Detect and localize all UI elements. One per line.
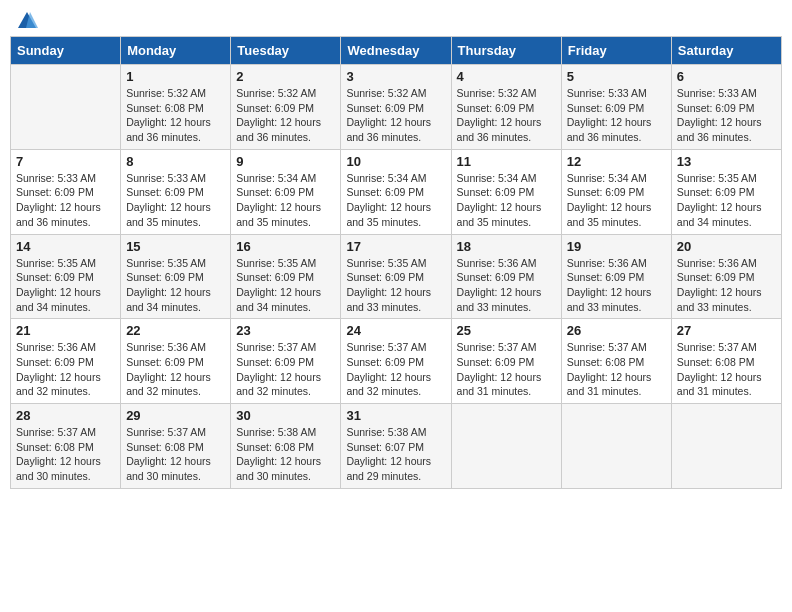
day-info: Sunrise: 5:33 AM Sunset: 6:09 PM Dayligh… (16, 171, 115, 230)
day-number: 13 (677, 154, 776, 169)
calendar-cell: 15Sunrise: 5:35 AM Sunset: 6:09 PM Dayli… (121, 234, 231, 319)
calendar-cell: 22Sunrise: 5:36 AM Sunset: 6:09 PM Dayli… (121, 319, 231, 404)
day-info: Sunrise: 5:36 AM Sunset: 6:09 PM Dayligh… (126, 340, 225, 399)
day-info: Sunrise: 5:35 AM Sunset: 6:09 PM Dayligh… (16, 256, 115, 315)
day-info: Sunrise: 5:37 AM Sunset: 6:08 PM Dayligh… (567, 340, 666, 399)
calendar-body: 1Sunrise: 5:32 AM Sunset: 6:08 PM Daylig… (11, 65, 782, 489)
day-number: 31 (346, 408, 445, 423)
day-info: Sunrise: 5:36 AM Sunset: 6:09 PM Dayligh… (457, 256, 556, 315)
day-number: 22 (126, 323, 225, 338)
calendar-cell: 19Sunrise: 5:36 AM Sunset: 6:09 PM Dayli… (561, 234, 671, 319)
day-info: Sunrise: 5:36 AM Sunset: 6:09 PM Dayligh… (677, 256, 776, 315)
col-sunday: Sunday (11, 37, 121, 65)
day-number: 17 (346, 239, 445, 254)
calendar-cell: 25Sunrise: 5:37 AM Sunset: 6:09 PM Dayli… (451, 319, 561, 404)
day-number: 9 (236, 154, 335, 169)
day-number: 21 (16, 323, 115, 338)
calendar-week-3: 14Sunrise: 5:35 AM Sunset: 6:09 PM Dayli… (11, 234, 782, 319)
day-number: 3 (346, 69, 445, 84)
col-wednesday: Wednesday (341, 37, 451, 65)
day-info: Sunrise: 5:37 AM Sunset: 6:09 PM Dayligh… (236, 340, 335, 399)
calendar-cell: 29Sunrise: 5:37 AM Sunset: 6:08 PM Dayli… (121, 404, 231, 489)
calendar-cell: 16Sunrise: 5:35 AM Sunset: 6:09 PM Dayli… (231, 234, 341, 319)
day-info: Sunrise: 5:33 AM Sunset: 6:09 PM Dayligh… (567, 86, 666, 145)
day-info: Sunrise: 5:32 AM Sunset: 6:09 PM Dayligh… (457, 86, 556, 145)
day-number: 10 (346, 154, 445, 169)
day-number: 7 (16, 154, 115, 169)
day-number: 18 (457, 239, 556, 254)
col-monday: Monday (121, 37, 231, 65)
calendar-week-2: 7Sunrise: 5:33 AM Sunset: 6:09 PM Daylig… (11, 149, 782, 234)
calendar-cell: 13Sunrise: 5:35 AM Sunset: 6:09 PM Dayli… (671, 149, 781, 234)
calendar-cell: 28Sunrise: 5:37 AM Sunset: 6:08 PM Dayli… (11, 404, 121, 489)
col-saturday: Saturday (671, 37, 781, 65)
day-number: 1 (126, 69, 225, 84)
calendar-cell: 17Sunrise: 5:35 AM Sunset: 6:09 PM Dayli… (341, 234, 451, 319)
calendar-cell: 8Sunrise: 5:33 AM Sunset: 6:09 PM Daylig… (121, 149, 231, 234)
calendar-cell: 27Sunrise: 5:37 AM Sunset: 6:08 PM Dayli… (671, 319, 781, 404)
calendar-cell: 26Sunrise: 5:37 AM Sunset: 6:08 PM Dayli… (561, 319, 671, 404)
day-info: Sunrise: 5:36 AM Sunset: 6:09 PM Dayligh… (567, 256, 666, 315)
calendar-cell: 4Sunrise: 5:32 AM Sunset: 6:09 PM Daylig… (451, 65, 561, 150)
day-number: 19 (567, 239, 666, 254)
day-info: Sunrise: 5:34 AM Sunset: 6:09 PM Dayligh… (236, 171, 335, 230)
day-info: Sunrise: 5:32 AM Sunset: 6:09 PM Dayligh… (236, 86, 335, 145)
calendar-cell (451, 404, 561, 489)
day-info: Sunrise: 5:32 AM Sunset: 6:08 PM Dayligh… (126, 86, 225, 145)
logo (14, 10, 38, 32)
day-number: 25 (457, 323, 556, 338)
calendar-header: Sunday Monday Tuesday Wednesday Thursday… (11, 37, 782, 65)
day-info: Sunrise: 5:37 AM Sunset: 6:08 PM Dayligh… (16, 425, 115, 484)
calendar-cell: 1Sunrise: 5:32 AM Sunset: 6:08 PM Daylig… (121, 65, 231, 150)
day-info: Sunrise: 5:37 AM Sunset: 6:09 PM Dayligh… (457, 340, 556, 399)
logo-icon (16, 10, 38, 32)
day-number: 4 (457, 69, 556, 84)
day-info: Sunrise: 5:38 AM Sunset: 6:08 PM Dayligh… (236, 425, 335, 484)
calendar-cell: 11Sunrise: 5:34 AM Sunset: 6:09 PM Dayli… (451, 149, 561, 234)
day-info: Sunrise: 5:37 AM Sunset: 6:08 PM Dayligh… (126, 425, 225, 484)
day-number: 30 (236, 408, 335, 423)
calendar-cell (671, 404, 781, 489)
col-friday: Friday (561, 37, 671, 65)
day-info: Sunrise: 5:36 AM Sunset: 6:09 PM Dayligh… (16, 340, 115, 399)
day-number: 6 (677, 69, 776, 84)
col-thursday: Thursday (451, 37, 561, 65)
day-info: Sunrise: 5:34 AM Sunset: 6:09 PM Dayligh… (346, 171, 445, 230)
calendar-cell: 30Sunrise: 5:38 AM Sunset: 6:08 PM Dayli… (231, 404, 341, 489)
day-info: Sunrise: 5:35 AM Sunset: 6:09 PM Dayligh… (346, 256, 445, 315)
calendar-cell: 12Sunrise: 5:34 AM Sunset: 6:09 PM Dayli… (561, 149, 671, 234)
day-number: 11 (457, 154, 556, 169)
day-number: 14 (16, 239, 115, 254)
calendar-cell: 2Sunrise: 5:32 AM Sunset: 6:09 PM Daylig… (231, 65, 341, 150)
day-number: 5 (567, 69, 666, 84)
day-info: Sunrise: 5:38 AM Sunset: 6:07 PM Dayligh… (346, 425, 445, 484)
day-info: Sunrise: 5:35 AM Sunset: 6:09 PM Dayligh… (126, 256, 225, 315)
calendar-cell (11, 65, 121, 150)
calendar-week-5: 28Sunrise: 5:37 AM Sunset: 6:08 PM Dayli… (11, 404, 782, 489)
day-info: Sunrise: 5:35 AM Sunset: 6:09 PM Dayligh… (236, 256, 335, 315)
calendar-cell: 24Sunrise: 5:37 AM Sunset: 6:09 PM Dayli… (341, 319, 451, 404)
day-info: Sunrise: 5:33 AM Sunset: 6:09 PM Dayligh… (126, 171, 225, 230)
day-number: 12 (567, 154, 666, 169)
calendar-cell: 7Sunrise: 5:33 AM Sunset: 6:09 PM Daylig… (11, 149, 121, 234)
calendar-cell: 6Sunrise: 5:33 AM Sunset: 6:09 PM Daylig… (671, 65, 781, 150)
day-number: 28 (16, 408, 115, 423)
day-number: 29 (126, 408, 225, 423)
calendar-cell: 23Sunrise: 5:37 AM Sunset: 6:09 PM Dayli… (231, 319, 341, 404)
day-info: Sunrise: 5:32 AM Sunset: 6:09 PM Dayligh… (346, 86, 445, 145)
day-info: Sunrise: 5:35 AM Sunset: 6:09 PM Dayligh… (677, 171, 776, 230)
day-number: 24 (346, 323, 445, 338)
day-number: 27 (677, 323, 776, 338)
calendar-cell: 10Sunrise: 5:34 AM Sunset: 6:09 PM Dayli… (341, 149, 451, 234)
calendar-week-1: 1Sunrise: 5:32 AM Sunset: 6:08 PM Daylig… (11, 65, 782, 150)
calendar-cell: 3Sunrise: 5:32 AM Sunset: 6:09 PM Daylig… (341, 65, 451, 150)
calendar-table: Sunday Monday Tuesday Wednesday Thursday… (10, 36, 782, 489)
calendar-cell: 18Sunrise: 5:36 AM Sunset: 6:09 PM Dayli… (451, 234, 561, 319)
calendar-cell: 20Sunrise: 5:36 AM Sunset: 6:09 PM Dayli… (671, 234, 781, 319)
calendar-cell: 5Sunrise: 5:33 AM Sunset: 6:09 PM Daylig… (561, 65, 671, 150)
day-number: 26 (567, 323, 666, 338)
calendar-cell: 21Sunrise: 5:36 AM Sunset: 6:09 PM Dayli… (11, 319, 121, 404)
day-info: Sunrise: 5:34 AM Sunset: 6:09 PM Dayligh… (567, 171, 666, 230)
calendar-cell (561, 404, 671, 489)
day-info: Sunrise: 5:37 AM Sunset: 6:08 PM Dayligh… (677, 340, 776, 399)
